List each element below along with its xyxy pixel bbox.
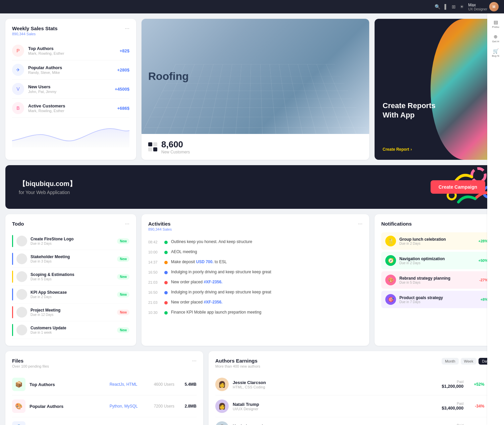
author-jessie: 👩 Jessie Clarcson HTML, CSS Coding Paid … [215,374,492,395]
authors-earnings-card: Authors Earnings More than 400 new autho… [209,351,499,425]
activity-1650a: 16:50 Indulging in poorly driving and ke… [148,267,362,277]
author-role-natali: UI/UX Designer [233,407,438,411]
activity-dot-2103a [164,281,168,284]
active-customers-name: Active Customers [28,103,117,108]
files-card: Files Over 100 pending files ··· 📦 Top A… [5,351,203,425]
create-report-link[interactable]: Create Report › [383,147,491,152]
notif-badge-goals: +8% [481,297,488,301]
activity-link-2103b[interactable]: #XF-2356. [204,300,222,304]
todo-item-firestone: Create FireStone Logo Due in 2 Days New [12,232,129,250]
top-authors-names: Mark, Rowling, Esther [28,51,120,55]
sidebar-right-buyn[interactable]: 🛒 Buy N [488,46,503,59]
stat-list: P Top Authors Mark, Rowling, Esther +82$… [12,41,129,118]
activity-time-1437: 14:37 [148,259,161,264]
activity-link-2103a[interactable]: #XF-2356. [204,280,222,284]
notif-info-nav: Navigation optimization Due in 2 Days [399,256,475,265]
row-3: Todo ··· Create FireStone Logo Due in 2 … [5,214,499,346]
new-users-names: John, Pat, Jimmy [28,90,115,94]
todo-avatar-2 [16,253,27,264]
top-authors-name: Top Authors [28,46,120,51]
campaign-title: 【biqubiqu.com】 [19,179,76,188]
author-earnings-natali: Paid $3,400,000 [442,402,463,411]
period-week-button[interactable]: Week [461,358,477,365]
search-icon[interactable]: 🔍 [435,4,440,9]
todo-avatar-1 [16,236,27,246]
weekly-menu-icon[interactable]: ··· [125,26,129,32]
activity-text-1437: Make deposit USD 700. to ESL [171,259,362,264]
new-customers-label: New Customers [161,150,190,154]
notif-info-rebrand: Rebrand strategy planning Due in 5 Days [399,276,476,284]
activity-time-2103b: 21:03 [148,300,161,304]
notifications-title: Notifications [381,221,412,227]
notif-badge-lunch: +28% [479,239,488,243]
weekly-sales-stats-card: Weekly Sales Stats 890,344 Sales ··· P T… [5,19,136,160]
activity-time-1000: 10:00 [148,249,161,254]
files-title: Files [12,358,49,364]
file-tech-top-authors: ReactJs, HTML [110,382,150,387]
new-customers-value: 8,600 [161,139,190,150]
todo-color-bar-6 [12,324,13,336]
avatar-initials: M [493,5,495,9]
todo-item-scoping: Scoping & Estimations Due in 5 Days New [12,268,129,286]
avatar[interactable]: M [489,2,499,11]
files-subtitle: Over 100 pending files [12,364,49,368]
new-customers-section: 8,600 New Customers [142,134,369,160]
authors-subtitle: More than 400 new authors [215,364,260,368]
author-avatar-jessie: 👩 [215,378,229,391]
todo-menu-icon[interactable]: ··· [125,221,129,227]
author-natali: 👩 Natali Trump UI/UX Designer Paid $3,40… [215,395,492,417]
activity-text-2103a: New order placed #XF-2356. [171,280,362,284]
buyn-label: Buy N [492,54,499,57]
user-profile[interactable]: Max UX Designer M [468,2,499,11]
files-menu-icon[interactable]: ··· [192,358,197,364]
activity-time-1650a: 16:50 [148,270,161,274]
new-customers-data: 8,600 New Customers [161,139,190,154]
active-customers-icon: B [12,102,24,114]
sun-icon[interactable]: ☀ [460,4,464,9]
popular-authors-icon: ✈ [12,64,24,76]
activity-text-1650b: Indulging in poorly driving and keep str… [171,290,362,294]
sidebar-right-prebu[interactable]: ▤ Prebu [488,17,503,31]
authors-title: Authors Earnings [215,358,260,364]
todo-color-bar-2 [12,253,13,265]
roofing-section: Roofing 8,600 New Customers [142,19,369,160]
file-icon-popular-authors: 🎨 [12,399,25,413]
author-role-jessie: HTML, CSS Coding [233,385,438,389]
period-month-button[interactable]: Month [442,358,459,365]
todo-info-2: Stakeholder Meeting Due in 3 Days [31,254,117,263]
sidebar-right-geth[interactable]: ⊕ Get H [488,32,503,45]
todo-color-bar-1 [12,235,13,247]
notif-sub-rebrand: Due in 5 Days [399,281,476,284]
create-reports-title: Create Reports With App [383,101,491,120]
activity-time-1030: 10:30 [148,310,161,315]
todo-badge-1: New [117,238,129,244]
activities-menu-icon[interactable]: ··· [358,221,362,227]
battery-icon: ▌ [444,4,448,9]
todo-item-customers: Customers Update Due in 1 week New [12,321,129,339]
file-users-top-authors: 4600 Users [154,382,181,387]
notif-icon-nav: 🧭 [385,255,396,266]
square-1 [148,142,152,146]
notif-title-rebrand: Rebrand strategy planning [399,276,476,281]
create-campaign-button[interactable]: Create Campaign [431,180,485,194]
author-name-natali: Natali Trump [233,402,438,407]
notif-product-goals: 🎯 Product goals strategy Due in 7 Days +… [381,291,492,308]
top-authors-icon: P [12,45,24,57]
activity-2103b: 21:03 New order placed #XF-2356. [148,297,362,307]
top-authors-info: Top Authors Mark, Rowling, Esther [28,46,120,55]
activities-header: Activities 890,344 Sales ··· [148,221,362,231]
prebu-label: Prebu [492,26,499,29]
activity-dot-1030 [164,311,168,315]
notif-title-goals: Product goals strategy [399,295,477,300]
active-customers-info: Active Customers Mark, Rowling, Esther [28,103,117,113]
geth-label: Get H [492,40,499,43]
todo-color-bar-4 [12,288,13,300]
activity-link-1437[interactable]: USD 700. [196,259,214,264]
author-avatar-kevin: 👨 [215,421,229,425]
create-reports-card: Create Reports With App Create Report › [375,19,499,160]
geth-icon: ⊕ [494,34,498,39]
grid-icon[interactable]: ⊞ [452,4,456,9]
todo-info-6: Customers Update Due in 1 week [31,326,117,334]
author-info-natali: Natali Trump UI/UX Designer [233,402,438,411]
top-authors-value: +82$ [120,48,129,53]
